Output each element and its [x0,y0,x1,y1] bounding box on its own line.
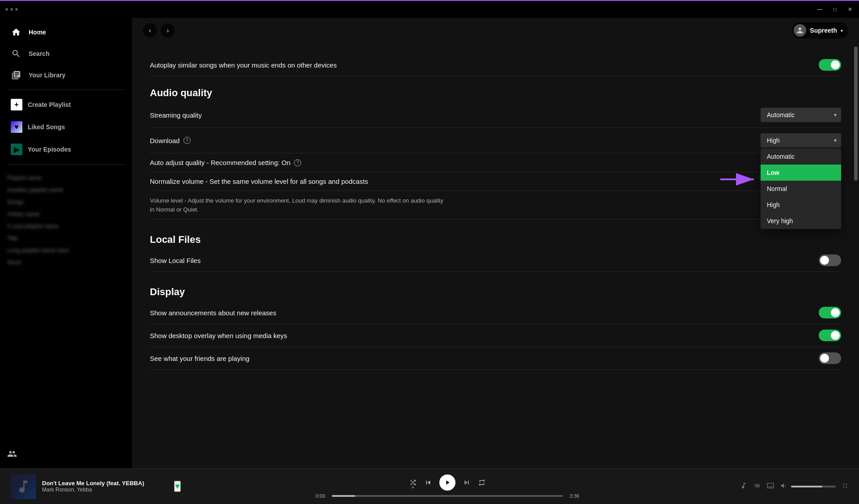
autoplay-row: Autoplay similar songs when your music e… [150,54,841,76]
album-art [11,474,36,499]
show-friends-toggle-thumb [820,354,829,363]
like-button[interactable]: ♥ [174,481,181,492]
sidebar-divider-2 [7,164,125,165]
maximize-button[interactable]: □ [831,6,838,13]
sidebar-item-create-playlist[interactable]: + Create Playlist [4,94,128,115]
download-row: Download ? High ▾ Automatic Low Normal H… [150,128,841,153]
user-chevron-icon: ▾ [841,28,843,33]
show-local-files-toggle-thumb [820,256,829,265]
previous-button[interactable] [424,479,432,487]
volume-bar-container [780,482,836,491]
sidebar-item-liked-songs-label: Liked Songs [28,123,65,131]
streaming-quality-dropdown[interactable]: Automatic ▾ [761,108,841,122]
title-bar-dot-1 [5,8,8,11]
queue-button[interactable] [753,482,761,491]
autoplay-toggle[interactable] [819,59,841,71]
auto-adjust-label: Auto adjust quality - Recommended settin… [150,159,301,166]
your-episodes-icon: ▶ [11,144,22,155]
progress-fill [332,495,355,497]
show-overlay-row: Show desktop overlay when using media ke… [150,324,841,347]
dropdown-option-low[interactable]: Low [761,165,841,181]
show-announcements-toggle[interactable] [819,307,841,318]
show-friends-toggle[interactable] [819,352,841,364]
friend-activity-icon[interactable] [7,451,17,461]
liked-songs-icon: ♥ [11,121,22,133]
progress-track[interactable] [332,495,563,497]
create-playlist-icon: + [11,99,22,110]
player: Don't Leave Me Lonely (feat. YEBBA) Mark… [0,468,859,504]
dropdown-option-very-high[interactable]: Very high [761,213,841,229]
user-name-label: Supreeth [810,27,837,34]
sidebar-item-search[interactable]: Search [4,44,128,64]
show-local-files-toggle[interactable] [819,254,841,266]
auto-adjust-row: Auto adjust quality - Recommended settin… [150,153,841,172]
sidebar-bottom [0,445,132,465]
app-body: Home Search Your Library + Create Playli… [0,18,859,468]
list-item[interactable]: Songs [0,196,132,208]
window-controls: — □ ✕ [816,6,854,13]
library-icon [11,70,21,80]
scrollbar-thumb[interactable] [854,47,858,181]
show-announcements-toggle-thumb [831,308,840,317]
list-item[interactable]: Short [0,256,132,268]
dropdown-option-high[interactable]: High [761,197,841,213]
download-dropdown-btn[interactable]: High ▾ [761,133,841,148]
lyrics-button[interactable] [740,482,747,491]
repeat-button[interactable] [478,479,486,487]
show-overlay-toggle-thumb [831,331,840,340]
dropdown-option-normal[interactable]: Normal [761,181,841,197]
minimize-button[interactable]: — [816,6,823,13]
show-announcements-row: Show announcements about new releases [150,301,841,324]
player-left: Don't Leave Me Lonely (feat. YEBBA) Mark… [11,474,181,499]
forward-button[interactable]: › [161,23,175,38]
user-menu-button[interactable]: Supreeth ▾ [792,22,848,38]
back-button[interactable]: ‹ [143,23,157,38]
close-button[interactable]: ✕ [846,6,854,13]
next-button[interactable] [463,479,471,487]
sidebar-item-your-episodes[interactable]: ▶ Your Episodes [4,139,128,160]
album-art-image [11,474,36,499]
volume-track[interactable] [791,486,836,487]
sidebar-item-home[interactable]: Home [4,22,128,42]
list-item[interactable]: Long playlist name here [0,244,132,256]
scrollbar-track [853,43,859,468]
streaming-quality-row: Streaming quality Automatic ▾ [150,102,841,128]
track-info: Don't Leave Me Lonely (feat. YEBBA) Mark… [42,480,168,493]
expand-button[interactable] [842,483,848,490]
volume-icon-button[interactable] [780,482,787,491]
display-section: Display Show announcements about new rel… [150,286,841,370]
show-overlay-toggle[interactable] [819,330,841,341]
top-nav: ‹ › Supreeth ▾ [132,18,859,43]
list-item[interactable]: A cool playlist name [0,220,132,232]
dropdown-option-automatic[interactable]: Automatic [761,148,841,165]
connect-button[interactable] [767,482,774,491]
list-item[interactable]: Another playlist name [0,184,132,196]
play-pause-button[interactable] [439,474,455,491]
player-center: 0:00 3:36 [181,474,714,499]
title-bar-dot-2 [10,8,13,11]
search-icon [11,48,21,59]
sidebar-item-library[interactable]: Your Library [4,65,128,85]
sidebar-item-liked-songs[interactable]: ♥ Liked Songs [4,117,128,137]
autoplay-label: Autoplay similar songs when your music e… [150,61,337,69]
list-item[interactable]: Playlist name [0,172,132,184]
title-bar-dots [5,8,18,11]
show-friends-row: See what your friends are playing [150,347,841,370]
streaming-quality-dropdown-btn[interactable]: Automatic ▾ [761,108,841,122]
volume-fill [791,486,822,487]
main-content: Autoplay similar songs when your music e… [132,43,859,468]
local-files-title: Local Files [150,234,841,246]
sidebar-item-home-label: Home [29,29,46,36]
home-icon [11,27,21,38]
audio-quality-section: Audio quality Streaming quality Automati… [150,87,841,220]
streaming-quality-label: Streaming quality [150,111,202,119]
auto-adjust-help-icon[interactable]: ? [294,159,301,166]
list-item[interactable]: Artists name [0,208,132,220]
download-dropdown-menu: Automatic Low Normal High Very high [761,148,841,229]
list-item[interactable]: Title [0,232,132,244]
shuffle-button[interactable] [409,479,417,487]
download-help-icon[interactable]: ? [183,137,191,144]
download-value: High [767,137,780,144]
show-friends-label: See what your friends are playing [150,355,250,362]
download-dropdown[interactable]: High ▾ Automatic Low Normal High Very hi… [761,133,841,148]
